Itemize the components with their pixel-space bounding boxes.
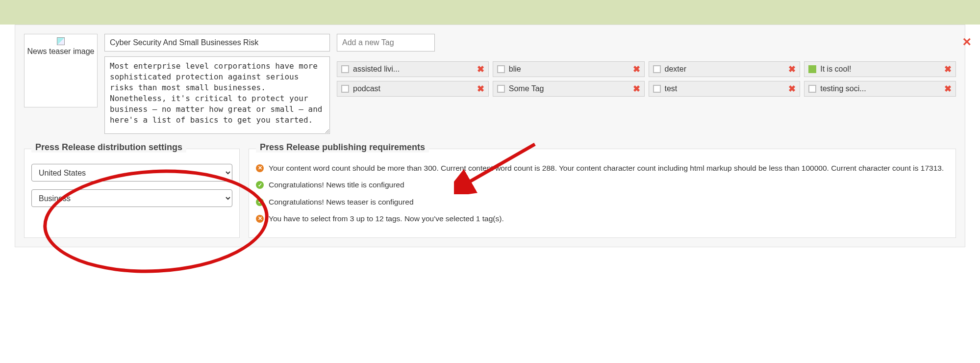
add-tag-input[interactable] <box>337 34 435 52</box>
news-title-input[interactable] <box>104 34 330 52</box>
requirement-item: ✓Congratulations! News teaser is configu… <box>256 197 949 207</box>
tag-checkbox[interactable] <box>341 65 349 73</box>
lower-row: Press Release distribution settings Unit… <box>24 149 956 238</box>
requirement-text: Congratulations! News title is configure… <box>269 180 404 190</box>
distribution-settings-fieldset: Press Release distribution settings Unit… <box>24 149 240 238</box>
tag-label: dexter <box>665 65 786 74</box>
remove-tag-icon[interactable]: ✖ <box>633 64 640 75</box>
tag-label: testing soci... <box>820 84 941 93</box>
distribution-legend: Press Release distribution settings <box>31 142 186 153</box>
tag-label: Some Tag <box>509 84 630 93</box>
teaser-image-alt-text: News teaser image <box>27 47 95 56</box>
check-circle-icon: ✓ <box>256 198 264 206</box>
publishing-requirements-fieldset: Press Release publishing requirements ✕Y… <box>249 149 956 238</box>
tag-checkbox[interactable] <box>341 85 349 93</box>
tag-grid: assisted livi...✖blie✖dexter✖It is cool!… <box>337 61 956 97</box>
error-circle-icon: ✕ <box>256 215 264 223</box>
tag-item[interactable]: assisted livi...✖ <box>337 61 489 77</box>
category-select[interactable]: Business <box>31 189 232 207</box>
requirements-legend: Press Release publishing requirements <box>256 142 429 153</box>
tag-label: assisted livi... <box>353 65 474 74</box>
remove-tag-icon[interactable]: ✖ <box>944 64 952 75</box>
remove-tag-icon[interactable]: ✖ <box>477 64 484 75</box>
tag-item[interactable]: podcast✖ <box>337 81 489 97</box>
tag-checkbox[interactable] <box>808 85 816 93</box>
tag-checkbox[interactable] <box>497 85 505 93</box>
tag-label: podcast <box>353 84 474 93</box>
remove-tag-icon[interactable]: ✖ <box>477 83 484 94</box>
tags-column: assisted livi...✖blie✖dexter✖It is cool!… <box>337 34 956 97</box>
tag-checkbox[interactable] <box>808 65 816 73</box>
tag-label: It is cool! <box>820 65 941 74</box>
broken-image-icon <box>57 37 65 45</box>
tag-item[interactable]: test✖ <box>649 81 801 97</box>
form-panel: News teaser image assisted livi...✖blie✖… <box>15 25 965 247</box>
news-teaser-textarea[interactable] <box>104 56 330 134</box>
tag-label: test <box>665 84 786 93</box>
error-circle-icon: ✕ <box>256 164 264 172</box>
tag-checkbox[interactable] <box>497 65 505 73</box>
modal-dialog: × News teaser image assisted livi...✖bli… <box>0 25 980 363</box>
remove-tag-icon[interactable]: ✖ <box>788 64 796 75</box>
remove-tag-icon[interactable]: ✖ <box>944 83 952 94</box>
requirement-text: Your content word count should be more t… <box>269 163 944 174</box>
tag-item[interactable]: Some Tag✖ <box>493 81 645 97</box>
requirement-item: ✕Your content word count should be more … <box>256 163 949 174</box>
requirement-item: ✕You have to select from 3 up to 12 tags… <box>256 213 949 224</box>
check-circle-icon: ✓ <box>256 181 264 189</box>
remove-tag-icon[interactable]: ✖ <box>788 83 796 94</box>
requirement-item: ✓Congratulations! News title is configur… <box>256 180 949 190</box>
remove-tag-icon[interactable]: ✖ <box>633 83 640 94</box>
tag-label: blie <box>509 65 630 74</box>
tag-checkbox[interactable] <box>653 85 661 93</box>
requirements-list: ✕Your content word count should be more … <box>256 163 949 225</box>
requirement-text: Congratulations! News teaser is configur… <box>269 197 414 207</box>
top-row: News teaser image assisted livi...✖blie✖… <box>24 34 956 134</box>
middle-column <box>104 34 330 134</box>
tag-item[interactable]: blie✖ <box>493 61 645 77</box>
close-icon[interactable]: × <box>962 33 971 50</box>
tag-item[interactable]: It is cool!✖ <box>804 61 956 77</box>
teaser-image-placeholder[interactable]: News teaser image <box>24 34 98 107</box>
tag-item[interactable]: testing soci...✖ <box>804 81 956 97</box>
tag-checkbox[interactable] <box>653 65 661 73</box>
tag-item[interactable]: dexter✖ <box>649 61 801 77</box>
requirement-text: You have to select from 3 up to 12 tags.… <box>269 213 504 224</box>
country-select[interactable]: United States <box>31 164 232 182</box>
